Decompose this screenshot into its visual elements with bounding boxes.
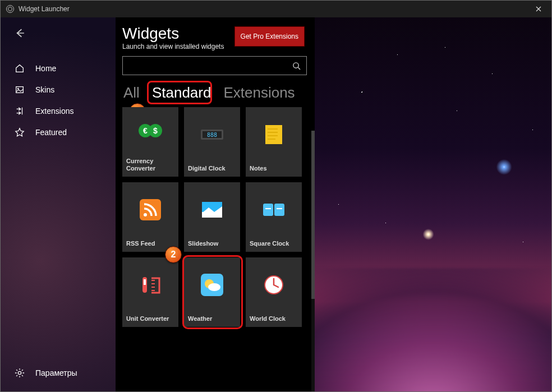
widget-notes[interactable]: Notes <box>246 107 302 177</box>
unit-converter-icon <box>122 257 178 312</box>
skins-icon <box>14 84 25 95</box>
sidebar-item-settings[interactable]: Параметры <box>1 362 116 384</box>
sidebar-item-extensions[interactable]: Extensions <box>1 100 116 122</box>
widget-label: Digital Clock <box>184 162 240 177</box>
widget-label: Currency Converter <box>122 154 178 177</box>
rss-icon <box>122 182 178 237</box>
widget-slideshow[interactable]: Slideshow <box>184 182 240 252</box>
tab-extensions[interactable]: Extensions <box>222 84 296 102</box>
svg-point-25 <box>208 283 220 291</box>
svg-rect-18 <box>265 208 271 209</box>
page-title: Widgets <box>122 25 234 41</box>
widget-square-clock[interactable]: Square Clock <box>246 182 302 252</box>
get-pro-button[interactable]: Get Pro Extensions <box>234 26 305 47</box>
sidebar-item-label: Extensions <box>35 107 73 116</box>
widget-label: Slideshow <box>184 237 240 252</box>
svg-rect-17 <box>274 204 284 216</box>
tab-all[interactable]: All <box>122 84 141 102</box>
sidebar-item-skins[interactable]: Skins <box>1 79 116 100</box>
square-clock-icon <box>246 182 302 237</box>
sidebar-item-label: Home <box>35 64 56 73</box>
main-panel: Widgets Launch and view installed widget… <box>116 17 315 391</box>
search-input[interactable] <box>122 56 307 75</box>
svg-rect-22 <box>144 285 146 290</box>
widget-currency-converter[interactable]: €$ Currency Converter <box>122 107 178 177</box>
extensions-icon <box>14 105 25 117</box>
slideshow-icon <box>184 182 240 237</box>
svg-rect-16 <box>263 204 273 216</box>
sidebar-item-label: Featured <box>35 128 67 137</box>
desktop-wallpaper <box>315 17 551 391</box>
svg-text:888: 888 <box>207 132 217 138</box>
home-icon <box>14 63 25 74</box>
sidebar-item-label: Параметры <box>35 368 77 377</box>
widget-label: Square Clock <box>246 237 302 252</box>
svg-point-13 <box>144 213 147 216</box>
search-icon <box>292 62 301 70</box>
nav: Home Skins Extensions Featured <box>1 58 116 143</box>
svg-text:$: $ <box>153 126 158 135</box>
back-button[interactable] <box>7 21 32 45</box>
back-arrow-icon <box>15 28 25 38</box>
widget-grid: €$ Currency Converter 888 Digital Clock <box>122 107 309 327</box>
widget-label: Weather <box>184 312 240 327</box>
widget-weather[interactable]: Weather <box>184 257 240 327</box>
window-title: Widget Launcher <box>19 5 70 13</box>
svg-text:€: € <box>143 126 148 135</box>
digital-clock-icon: 888 <box>184 107 240 162</box>
svg-point-1 <box>17 88 19 90</box>
titlebar: Widget Launcher <box>1 1 551 17</box>
star-icon <box>14 127 25 138</box>
main-header: Widgets Launch and view installed widget… <box>116 17 315 56</box>
svg-point-3 <box>293 63 298 68</box>
svg-point-2 <box>18 371 21 374</box>
gear-icon <box>14 367 25 379</box>
page-subtitle: Launch and view installed widgets <box>122 43 234 50</box>
widget-digital-clock[interactable]: 888 Digital Clock <box>184 107 240 177</box>
tab-standard[interactable]: Standard <box>151 84 213 102</box>
notes-icon <box>246 107 302 162</box>
widget-label: Unit Converter <box>122 312 178 327</box>
widget-rss-feed[interactable]: RSS Feed <box>122 182 178 252</box>
svg-rect-12 <box>140 199 161 220</box>
currency-icon: €$ <box>122 107 178 154</box>
widget-grid-wrap: €$ Currency Converter 888 Digital Clock <box>116 107 315 391</box>
sidebar: Home Skins Extensions Featured Параметры <box>1 17 116 391</box>
world-clock-icon <box>246 257 302 312</box>
app-icon <box>6 5 14 13</box>
tabs: All Standard Extensions 1 <box>122 84 315 102</box>
sidebar-item-home[interactable]: Home <box>1 58 116 79</box>
app-body: Home Skins Extensions Featured Параметры <box>1 17 551 391</box>
close-icon <box>536 6 541 12</box>
svg-rect-19 <box>277 208 282 209</box>
svg-rect-11 <box>265 125 282 144</box>
weather-icon <box>184 257 240 312</box>
close-button[interactable] <box>526 1 551 17</box>
widget-label: World Clock <box>246 312 302 327</box>
widget-label: Notes <box>246 162 302 177</box>
widget-unit-converter[interactable]: Unit Converter <box>122 257 178 327</box>
sidebar-item-featured[interactable]: Featured <box>1 122 116 143</box>
sidebar-item-label: Skins <box>35 85 54 94</box>
widget-world-clock[interactable]: World Clock <box>246 257 302 327</box>
app-window: Widget Launcher Home Skins <box>0 0 552 392</box>
